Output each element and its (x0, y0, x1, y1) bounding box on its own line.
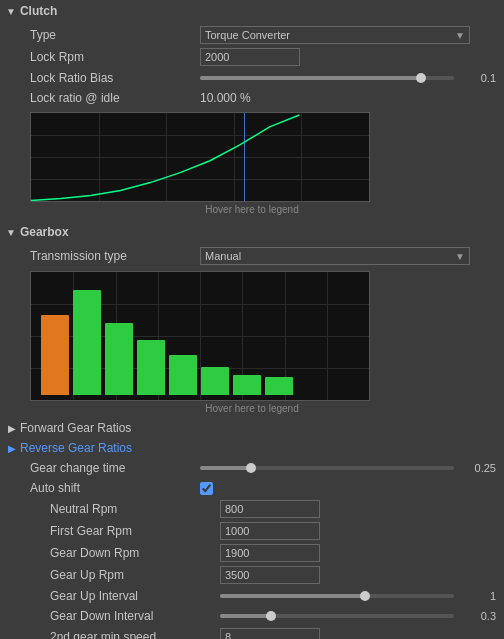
gear-down-interval-row: Gear Down Interval 0.3 (0, 606, 504, 626)
bar-2 (105, 323, 133, 395)
clutch-lock-ratio-bias-row: Lock Ratio Bias 0.1 (0, 68, 504, 88)
gear-2nd-min-speed-input[interactable] (220, 628, 320, 639)
reverse-gear-ratios-arrow-icon: ▶ (8, 443, 16, 454)
gearbox-transmission-type-row: Transmission type Manual ▼ (0, 245, 504, 267)
gear-down-interval-slider-container: 0.3 (220, 610, 496, 622)
gear-change-time-thumb[interactable] (246, 463, 256, 473)
gear-down-rpm-input[interactable] (220, 544, 320, 562)
bar-5 (201, 367, 229, 395)
gear-down-interval-value: 0.3 (460, 610, 496, 622)
auto-shift-row: Auto shift (0, 478, 504, 498)
gear-change-time-label: Gear change time (30, 461, 200, 475)
clutch-lock-ratio-bias-label: Lock Ratio Bias (30, 71, 200, 85)
first-gear-rpm-input[interactable] (220, 522, 320, 540)
gear-up-rpm-label: Gear Up Rpm (50, 568, 220, 582)
gear-up-interval-slider-container: 1 (220, 590, 496, 602)
gear-up-interval-fill (220, 594, 365, 598)
gear-down-rpm-row: Gear Down Rpm (0, 542, 504, 564)
bar-4 (169, 355, 197, 395)
bar-7 (265, 377, 293, 395)
forward-gear-ratios-arrow-icon: ▶ (8, 423, 16, 434)
bar-0 (41, 315, 69, 395)
clutch-lock-ratio-idle-label: Lock ratio @ idle (30, 91, 200, 105)
clutch-curve-svg (31, 113, 369, 202)
clutch-type-dropdown[interactable]: Torque Converter ▼ (200, 26, 470, 44)
gear-up-interval-track[interactable] (220, 594, 454, 598)
gearbox-content: Transmission type Manual ▼ (0, 243, 504, 639)
neutral-rpm-label: Neutral Rpm (50, 502, 220, 516)
reverse-gear-ratios-label: Reverse Gear Ratios (20, 441, 132, 455)
gear-2nd-min-speed-label: 2nd gear min speed (50, 630, 220, 639)
auto-shift-label: Auto shift (30, 481, 200, 495)
gear-change-time-value: 0.25 (460, 462, 496, 474)
dropdown-arrow-icon: ▼ (455, 30, 465, 41)
clutch-section-header[interactable]: ▼ Clutch (0, 0, 504, 22)
auto-shift-checkbox[interactable] (200, 482, 213, 495)
gear-up-interval-row: Gear Up Interval 1 (0, 586, 504, 606)
gearbox-chart[interactable] (30, 271, 370, 401)
gear-up-rpm-row: Gear Up Rpm (0, 564, 504, 586)
gearbox-chart-container: Hover here to legend (30, 271, 474, 414)
gear-down-interval-track[interactable] (220, 614, 454, 618)
clutch-lock-ratio-idle-value: 10.000 % (200, 91, 251, 105)
bar-1 (73, 290, 101, 395)
first-gear-rpm-label: First Gear Rpm (50, 524, 220, 538)
gear-2nd-min-speed-value-area (220, 628, 496, 639)
gearbox-transmission-type-label: Transmission type (30, 249, 200, 263)
clutch-lock-ratio-bias-fill (200, 76, 421, 80)
clutch-lock-rpm-label: Lock Rpm (30, 50, 200, 64)
gearbox-title: Gearbox (20, 225, 69, 239)
bar-6 (233, 375, 261, 395)
clutch-arrow-icon: ▼ (6, 6, 16, 17)
gear-change-time-row: Gear change time 0.25 (0, 458, 504, 478)
gear-change-time-fill (200, 466, 251, 470)
gearbox-transmission-type-value: Manual (205, 250, 241, 262)
gear-change-time-track[interactable] (200, 466, 454, 470)
clutch-lock-ratio-idle-row: Lock ratio @ idle 10.000 % (0, 88, 504, 108)
neutral-rpm-value-area (220, 500, 496, 518)
clutch-lock-ratio-bias-value: 0.1 (460, 72, 496, 84)
clutch-lock-ratio-idle-value-area: 10.000 % (200, 91, 496, 105)
neutral-rpm-input[interactable] (220, 500, 320, 518)
gear-up-rpm-input[interactable] (220, 566, 320, 584)
clutch-content: Type Torque Converter ▼ Lock Rpm Lock Ra… (0, 22, 504, 221)
clutch-lock-ratio-bias-track[interactable] (200, 76, 454, 80)
clutch-chart[interactable] (30, 112, 370, 202)
gear-up-rpm-value-area (220, 566, 496, 584)
clutch-title: Clutch (20, 4, 57, 18)
gearbox-bars (41, 285, 359, 395)
gear-up-interval-value: 1 (460, 590, 496, 602)
gear-up-interval-label: Gear Up Interval (50, 589, 220, 603)
gearbox-arrow-icon: ▼ (6, 227, 16, 238)
clutch-lock-rpm-input[interactable] (200, 48, 300, 66)
gear-down-interval-label: Gear Down Interval (50, 609, 220, 623)
clutch-lock-ratio-bias-slider-container: 0.1 (200, 72, 496, 84)
gearbox-section-header[interactable]: ▼ Gearbox (0, 221, 504, 243)
auto-shift-value-area (200, 482, 496, 495)
gear-2nd-min-speed-row: 2nd gear min speed (0, 626, 504, 639)
gearbox-transmission-type-value-area: Manual ▼ (200, 247, 496, 265)
first-gear-rpm-row: First Gear Rpm (0, 520, 504, 542)
clutch-lock-rpm-value-area (200, 48, 496, 66)
gear-change-time-slider-container: 0.25 (200, 462, 496, 474)
forward-gear-ratios-label: Forward Gear Ratios (20, 421, 131, 435)
gear-down-rpm-value-area (220, 544, 496, 562)
clutch-type-label: Type (30, 28, 200, 42)
clutch-type-value-area: Torque Converter ▼ (200, 26, 496, 44)
reverse-gear-ratios-header[interactable]: ▶ Reverse Gear Ratios (0, 438, 504, 458)
forward-gear-ratios-header[interactable]: ▶ Forward Gear Ratios (0, 418, 504, 438)
gear-up-interval-thumb[interactable] (360, 591, 370, 601)
clutch-lock-rpm-row: Lock Rpm (0, 46, 504, 68)
gearbox-transmission-type-dropdown[interactable]: Manual ▼ (200, 247, 470, 265)
gearbox-dropdown-arrow-icon: ▼ (455, 251, 465, 262)
gear-down-interval-fill (220, 614, 271, 618)
bar-3 (137, 340, 165, 395)
clutch-chart-container: Hover here to legend (30, 112, 474, 215)
gear-down-rpm-label: Gear Down Rpm (50, 546, 220, 560)
neutral-rpm-row: Neutral Rpm (0, 498, 504, 520)
clutch-lock-ratio-bias-thumb[interactable] (416, 73, 426, 83)
gearbox-chart-hover-label: Hover here to legend (30, 403, 474, 414)
first-gear-rpm-value-area (220, 522, 496, 540)
gear-down-interval-thumb[interactable] (266, 611, 276, 621)
clutch-type-dropdown-value: Torque Converter (205, 29, 290, 41)
